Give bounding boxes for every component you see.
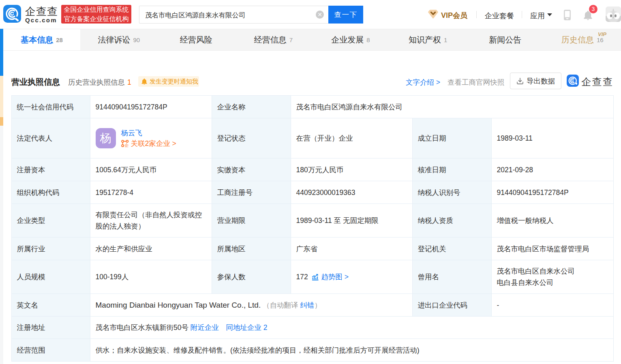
svg-text:企: 企 bbox=[124, 143, 129, 147]
